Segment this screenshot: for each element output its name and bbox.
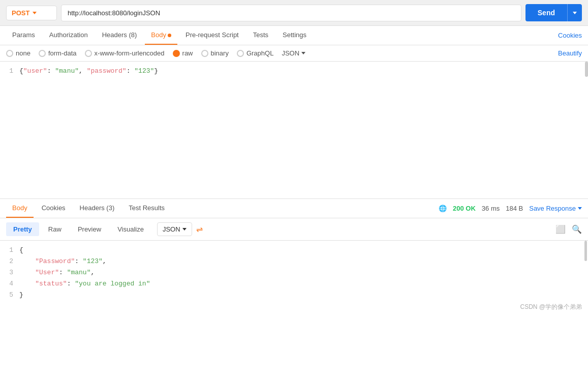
- request-tabs-bar: Params Authorization Headers (8) Body Pr…: [0, 26, 588, 45]
- view-tab-pretty[interactable]: Pretty: [6, 222, 39, 236]
- url-input[interactable]: [61, 5, 521, 21]
- tab-authorization[interactable]: Authorization: [43, 26, 94, 45]
- radio-none[interactable]: [6, 50, 13, 57]
- tab-settings[interactable]: Settings: [276, 26, 313, 45]
- save-response-chevron: [578, 207, 582, 210]
- option-binary[interactable]: binary: [201, 49, 229, 57]
- send-button-group: Send: [525, 4, 582, 21]
- response-tab-headers[interactable]: Headers (3): [74, 199, 121, 218]
- code-line-1: 1 {"user": "manu", "password": "123"}: [0, 66, 588, 77]
- format-chevron-icon: [301, 52, 305, 54]
- option-graphql[interactable]: GraphQL: [237, 49, 273, 57]
- response-time: 36 ms: [482, 205, 500, 212]
- response-body: 1 { 2 "Password": "123", 3 "User": "manu…: [0, 241, 588, 314]
- radio-raw[interactable]: [173, 50, 180, 57]
- response-line-2: 2 "Password": "123",: [0, 256, 588, 267]
- body-options-bar: none form-data x-www-form-urlencoded raw…: [0, 45, 588, 62]
- response-meta: 🌐 200 OK 36 ms 184 B Save Response: [439, 205, 582, 212]
- response-size: 184 B: [506, 205, 523, 212]
- search-icon[interactable]: 🔍: [572, 224, 582, 234]
- response-section: Body Cookies Headers (3) Test Results 🌐 …: [0, 199, 588, 314]
- send-chevron-icon: [573, 12, 577, 14]
- send-button[interactable]: Send: [525, 4, 567, 21]
- view-tab-preview[interactable]: Preview: [71, 222, 108, 236]
- option-urlencoded[interactable]: x-www-form-urlencoded: [85, 49, 165, 57]
- radio-binary[interactable]: [201, 50, 208, 57]
- tab-pre-request[interactable]: Pre-request Script: [179, 26, 245, 45]
- scrollbar-thumb: [584, 241, 587, 261]
- editor-scrollbar[interactable]: [585, 62, 588, 77]
- response-action-icons: ⬜ 🔍: [555, 224, 582, 234]
- response-scrollbar[interactable]: [584, 241, 587, 314]
- response-format-chevron: [182, 228, 187, 231]
- tab-body[interactable]: Body: [145, 26, 177, 45]
- beautify-button[interactable]: Beautify: [558, 49, 582, 57]
- send-dropdown-button[interactable]: [567, 4, 582, 21]
- status-badge: 200 OK: [453, 205, 476, 212]
- response-tab-test-results[interactable]: Test Results: [122, 199, 171, 218]
- cookies-link[interactable]: Cookies: [558, 32, 582, 39]
- response-view-tabs: Pretty Raw Preview Visualize JSON ⇌ ⬜ 🔍: [0, 218, 588, 241]
- request-body-editor[interactable]: 1 {"user": "manu", "password": "123"}: [0, 62, 588, 199]
- wrap-icon[interactable]: ⇌: [196, 224, 203, 234]
- body-dot-indicator: [168, 34, 171, 37]
- response-format-select[interactable]: JSON: [157, 222, 192, 236]
- watermark: CSDN @学的像个弟弟: [520, 303, 582, 311]
- option-form-data[interactable]: form-data: [39, 49, 77, 57]
- view-tab-visualize[interactable]: Visualize: [110, 222, 151, 236]
- response-line-1: 1 {: [0, 245, 588, 256]
- response-line-3: 3 "User": "manu",: [0, 267, 588, 278]
- option-raw[interactable]: raw: [173, 49, 193, 57]
- response-tabs-bar: Body Cookies Headers (3) Test Results 🌐 …: [0, 199, 588, 218]
- radio-graphql[interactable]: [237, 50, 244, 57]
- view-tab-raw[interactable]: Raw: [41, 222, 69, 236]
- radio-form-data[interactable]: [39, 50, 46, 57]
- method-dropdown-icon: [33, 12, 37, 14]
- globe-icon: 🌐: [439, 205, 447, 212]
- response-line-5: 5 }: [0, 290, 588, 301]
- tab-tests[interactable]: Tests: [247, 26, 274, 45]
- save-response-button[interactable]: Save Response: [529, 205, 582, 212]
- tab-params[interactable]: Params: [6, 26, 41, 45]
- copy-icon[interactable]: ⬜: [555, 224, 566, 234]
- method-label: POST: [12, 9, 29, 17]
- option-none[interactable]: none: [6, 49, 30, 57]
- url-bar-section: POST Send: [0, 0, 588, 26]
- response-line-4: 4 "status": "you are logged in": [0, 278, 588, 290]
- response-tab-body[interactable]: Body: [6, 199, 34, 218]
- method-select[interactable]: POST: [6, 6, 57, 20]
- format-select[interactable]: JSON: [282, 49, 305, 57]
- tab-headers[interactable]: Headers (8): [96, 26, 143, 45]
- response-tab-cookies[interactable]: Cookies: [36, 199, 72, 218]
- radio-urlencoded[interactable]: [85, 50, 92, 57]
